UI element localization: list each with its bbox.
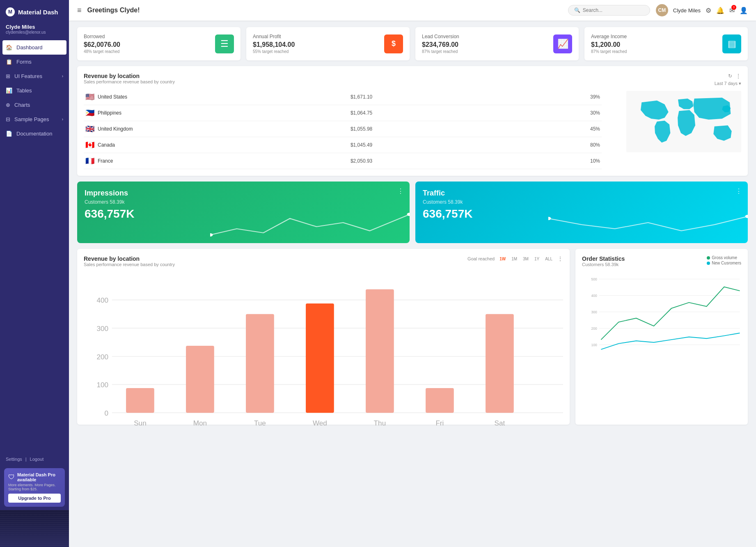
bell-icon[interactable]: 🔔 [716, 7, 724, 14]
svg-text:Tue: Tue [254, 419, 266, 427]
sidebar-item-dashboard[interactable]: 🏠 Dashboard [2, 40, 66, 55]
table-row: 🇨🇦 Canada $1,045.49 80% [84, 137, 602, 153]
sidebar-user: Clyde Miles clydemiles@elenor.us [0, 21, 69, 40]
search-box[interactable]: 🔍 [568, 5, 650, 16]
impressions-sub: Customers 58.39k [85, 199, 402, 205]
home-icon: 🏠 [6, 44, 12, 51]
filter-3m[interactable]: 3M [521, 256, 530, 262]
country-amount: $1,045.49 [349, 137, 515, 153]
topbar-username: Clyde Miles [673, 7, 701, 14]
sidebar-item-charts[interactable]: ⊕ Charts [0, 98, 69, 112]
nav-label-sample: Sample Pages [14, 116, 49, 122]
order-stats-sub: Customers 58.39k [582, 262, 625, 267]
logout-link[interactable]: Logout [30, 457, 44, 462]
stat-cards: Borrowed $62,0076.00 48% target reached … [77, 27, 748, 60]
country-percent: 80% [515, 137, 602, 153]
revenue-location-sub: Sales performance revenue based by count… [84, 79, 602, 84]
country-name: United Kingdom [96, 121, 349, 137]
svg-rect-20 [426, 388, 454, 413]
chart-menu-icon[interactable]: ⋮ [557, 255, 563, 262]
sidebar-item-ui-features[interactable]: ⊞ UI Features › [0, 69, 69, 83]
new-dot [707, 262, 710, 265]
svg-rect-16 [186, 346, 214, 413]
stat-card-conversion: Lead Conversion $234,769.00 87% target r… [415, 27, 579, 60]
mail-badge: 3 [731, 5, 736, 10]
profit-value: $1,958,104.00 [253, 41, 295, 48]
svg-rect-21 [486, 314, 514, 413]
filter-all[interactable]: ALL [543, 256, 554, 262]
promo-sub: More elements. More Pages. Starting from… [8, 483, 61, 491]
svg-text:100: 100 [96, 381, 108, 389]
svg-text:Thu: Thu [374, 419, 386, 427]
shield-icon: 🛡 [8, 473, 15, 481]
conversion-label: Lead Conversion [422, 34, 459, 39]
upgrade-button[interactable]: Upgrade to Pro [8, 494, 61, 503]
stat-card-profit: Annual Profit $1,958,104.00 55% target r… [246, 27, 410, 60]
charts-icon: ⊕ [6, 102, 10, 108]
metrics-row: Impressions Customers 58.39k 636,757K ⋮ … [77, 182, 748, 243]
logo-icon: M [6, 7, 15, 16]
svg-text:Fri: Fri [435, 419, 444, 427]
country-amount: $1,055.98 [349, 121, 515, 137]
page-title: Greetings Clyde! [87, 7, 562, 14]
settings-link[interactable]: Settings [6, 457, 22, 462]
nav-label-dashboard: Dashboard [16, 44, 43, 51]
search-input[interactable] [583, 7, 644, 13]
revenue-location-title: Revenue by location [84, 73, 602, 79]
table-row: 🇬🇧 United Kingdom $1,055.98 45% [84, 121, 602, 137]
refresh-icon[interactable]: ↻ [728, 73, 732, 79]
sidebar-item-documentation[interactable]: 📄 Documentation [0, 126, 69, 141]
svg-text:500: 500 [591, 277, 598, 281]
revenue-location-card: Revenue by location Sales performance re… [77, 66, 748, 176]
goal-text: Goal reached [467, 256, 495, 261]
svg-rect-15 [126, 388, 154, 413]
impressions-menu-icon[interactable]: ⋮ [397, 187, 404, 195]
country-flag: 🇬🇧 [84, 121, 96, 137]
main-content: ≡ Greetings Clyde! 🔍 CM Clyde Miles ⚙ 🔔 … [69, 0, 756, 547]
revenue-filter[interactable]: Last 7 days ▾ [715, 81, 741, 86]
sidebar-item-forms[interactable]: 📋 Forms [0, 55, 69, 69]
menu-icon[interactable]: ≡ [77, 6, 82, 15]
country-percent: 45% [515, 121, 602, 137]
sidebar-item-tables[interactable]: 📊 Tables [0, 83, 69, 98]
borrowed-sub: 48% target reached [84, 49, 120, 54]
user-icon[interactable]: 👤 [740, 7, 748, 14]
table-row: 🇺🇸 United States $1,671.10 39% [84, 89, 602, 105]
sidebar: M Material Dash Clyde Miles clydemiles@e… [0, 0, 69, 547]
profit-icon: $ [384, 34, 403, 53]
traffic-menu-icon[interactable]: ⋮ [735, 187, 742, 195]
country-name: Canada [96, 137, 349, 153]
svg-text:300: 300 [96, 324, 108, 333]
svg-text:Sun: Sun [134, 419, 147, 427]
country-amount: $1,064.75 [349, 105, 515, 121]
filter-1y[interactable]: 1Y [533, 256, 541, 262]
svg-rect-19 [366, 290, 394, 413]
time-filters: 1W 1M 3M 1Y ALL [498, 256, 554, 262]
bar-chart: 400 300 200 100 0 [84, 275, 563, 438]
mail-icon[interactable]: ✉ 3 [729, 7, 735, 14]
income-label: Average Income [591, 34, 627, 39]
income-sub: 87% target reached [591, 49, 627, 54]
world-map [626, 89, 741, 154]
content-area: Borrowed $62,0076.00 48% target reached … [69, 21, 756, 547]
nav-label-charts: Charts [14, 102, 30, 108]
borrowed-value: $62,0076.00 [84, 41, 120, 48]
country-percent: 10% [515, 153, 602, 169]
gear-icon[interactable]: ⚙ [706, 7, 711, 14]
sidebar-item-sample-pages[interactable]: ⊟ Sample Pages › [0, 112, 69, 126]
sidebar-footer: Settings | Logout [0, 453, 69, 465]
more-icon[interactable]: ⋮ [735, 73, 741, 79]
order-stats-chart-area: 500 400 300 200 100 [582, 275, 741, 357]
sample-pages-icon: ⊟ [6, 116, 10, 122]
svg-point-1 [210, 233, 213, 237]
filter-1m[interactable]: 1M [510, 256, 519, 262]
svg-rect-18 [306, 303, 334, 413]
user-name: Clyde Miles [6, 24, 63, 30]
order-stats-legend: Gross volume New Cusromers [707, 255, 741, 265]
svg-text:300: 300 [591, 310, 598, 314]
sidebar-logo: M Material Dash [0, 0, 69, 21]
search-icon: 🔍 [574, 7, 580, 13]
svg-text:100: 100 [591, 343, 598, 347]
ui-icon: ⊞ [6, 73, 10, 79]
filter-1w[interactable]: 1W [498, 256, 507, 262]
